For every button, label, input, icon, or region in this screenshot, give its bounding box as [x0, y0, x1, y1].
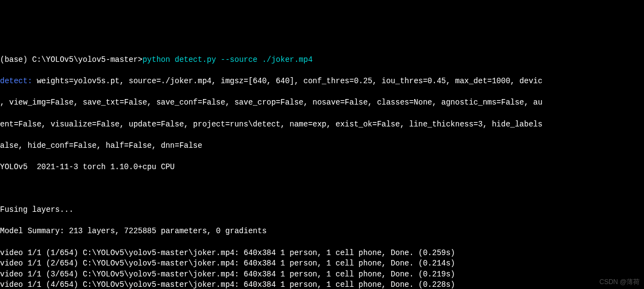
config-line-3: ent=False, visualize=False, update=False…: [0, 119, 644, 130]
config-line-2: , view_img=False, save_txt=False, save_c…: [0, 97, 644, 108]
config-text-1: weights=yolov5s.pt, source=./joker.mp4, …: [32, 77, 543, 85]
fusing-line: Fusing layers...: [0, 205, 644, 216]
command-text: python detect.py --source ./joker.mp4: [142, 55, 312, 64]
config-line-1: detect: weights=yolov5s.pt, source=./jok…: [0, 76, 644, 87]
frame-output-container: video 1/1 (1/654) C:\YOLOv5\yolov5-maste…: [0, 248, 644, 289]
config-line-4: alse, hide_conf=False, half=False, dnn=F…: [0, 141, 644, 152]
blank-line: [0, 183, 644, 194]
prompt-env: (base): [0, 55, 32, 64]
frame-line: video 1/1 (3/654) C:\YOLOv5\yolov5-maste…: [0, 269, 644, 280]
watermark: CSDN @薄荷: [599, 278, 640, 287]
frame-line: video 1/1 (4/654) C:\YOLOv5\yolov5-maste…: [0, 280, 644, 289]
command-prompt-line: (base) C:\YOLOv5\yolov5-master>python de…: [0, 55, 644, 66]
prompt-path: C:\YOLOv5\yolov5-master>: [32, 55, 143, 64]
frame-line: video 1/1 (1/654) C:\YOLOv5\yolov5-maste…: [0, 248, 644, 259]
frame-line: video 1/1 (2/654) C:\YOLOv5\yolov5-maste…: [0, 258, 644, 269]
detect-label: detect:: [0, 77, 32, 85]
terminal-output[interactable]: (base) C:\YOLOv5\yolov5-master>python de…: [0, 44, 644, 289]
yolo-header-line: YOLOv5 2021-11-3 torch 1.10.0+cpu CPU: [0, 162, 644, 173]
model-summary-line: Model Summary: 213 layers, 7225885 param…: [0, 226, 644, 237]
